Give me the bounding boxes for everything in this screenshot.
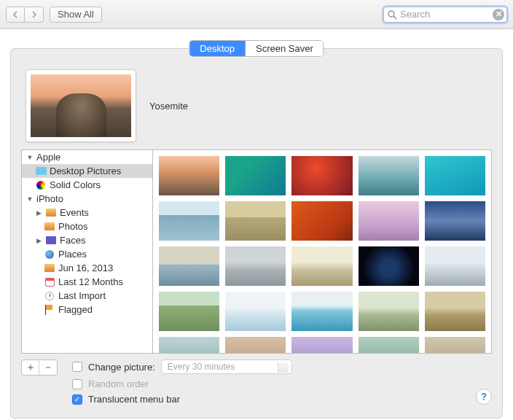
wallpaper-thumbnail[interactable] xyxy=(159,201,219,241)
wallpaper-thumbnail[interactable] xyxy=(359,246,419,286)
wallpaper-name-label: Yosemite xyxy=(149,101,188,112)
nav-group xyxy=(6,7,44,23)
source-browser: ▼ Apple Desktop Pictures Solid Colors ▼ … xyxy=(21,149,492,354)
forward-button[interactable] xyxy=(25,7,44,23)
wallpaper-thumbnail[interactable] xyxy=(291,292,352,331)
flag-icon xyxy=(44,305,55,315)
album-icon xyxy=(44,263,55,273)
search-input[interactable] xyxy=(383,7,507,23)
wallpaper-thumbnail[interactable] xyxy=(159,337,219,354)
wallpaper-thumbnail[interactable] xyxy=(359,201,419,241)
sidebar-item-flagged[interactable]: Flagged xyxy=(22,303,152,316)
sidebar-group-label: iPhoto xyxy=(36,193,63,204)
sidebar-group-apple[interactable]: ▼ Apple xyxy=(22,150,152,164)
wallpaper-thumbnail[interactable] xyxy=(425,201,485,241)
wallpaper-thumbnail[interactable] xyxy=(425,246,485,286)
tab-desktop[interactable]: Desktop xyxy=(189,41,246,56)
change-picture-checkbox[interactable] xyxy=(72,362,82,372)
random-order-checkbox[interactable] xyxy=(72,379,82,389)
wallpaper-thumbnail[interactable] xyxy=(359,156,419,195)
sidebar-item-label: Faces xyxy=(60,235,85,246)
wallpaper-thumbnail[interactable] xyxy=(159,156,219,195)
preview-row: Yosemite xyxy=(11,49,502,149)
show-all-button[interactable]: Show All xyxy=(50,7,102,23)
sidebar-item-last-import[interactable]: Last Import xyxy=(22,289,152,303)
album-icon xyxy=(44,222,55,232)
sidebar-item-label: Jun 16, 2013 xyxy=(58,262,113,273)
search-field-wrap: ✕ xyxy=(383,7,507,23)
sidebar-item-last-12-months[interactable]: Last 12 Months xyxy=(22,275,152,289)
chevron-right-icon xyxy=(31,11,37,18)
sidebar-item-label: Places xyxy=(58,249,87,260)
wallpaper-thumbnail[interactable] xyxy=(359,292,419,331)
options-column: Change picture: Every 30 minutes ▴▾ Rand… xyxy=(72,359,461,405)
sidebar-item-label: Last 12 Months xyxy=(58,276,123,287)
sidebar-group-label: Apple xyxy=(36,152,60,163)
sidebar-item-desktop-pictures[interactable]: Desktop Pictures xyxy=(22,164,152,178)
sidebar-item-label: Last Import xyxy=(58,290,106,301)
sidebar-item-date-album[interactable]: Jun 16, 2013 xyxy=(22,261,152,275)
disclosure-right-icon: ▶ xyxy=(35,209,42,217)
sidebar-item-label: Flagged xyxy=(58,304,93,315)
bottom-controls: ＋ － Change picture: Every 30 minutes ▴▾ … xyxy=(11,354,502,411)
wallpaper-thumbnail[interactable] xyxy=(425,156,485,195)
interval-value: Every 30 minutes xyxy=(168,362,235,372)
add-remove-group: ＋ － xyxy=(21,359,58,376)
wallpaper-thumbnail[interactable] xyxy=(425,292,485,331)
interval-select[interactable]: Every 30 minutes ▴▾ xyxy=(161,359,292,374)
search-icon xyxy=(387,9,397,20)
sidebar-item-label: Events xyxy=(60,207,89,218)
sidebar-item-label: Desktop Pictures xyxy=(50,166,121,176)
random-order-row: Random order xyxy=(72,378,461,389)
change-picture-row: Change picture: Every 30 minutes ▴▾ xyxy=(72,359,461,374)
svg-line-1 xyxy=(393,16,396,19)
back-button[interactable] xyxy=(6,7,25,23)
random-order-label: Random order xyxy=(88,378,149,389)
wallpaper-preview-frame xyxy=(26,69,136,142)
wallpaper-thumbnail[interactable] xyxy=(291,201,352,241)
wallpaper-thumbnail[interactable] xyxy=(359,337,419,354)
wallpaper-thumbnail[interactable] xyxy=(159,292,219,331)
wallpaper-thumbnail[interactable] xyxy=(159,246,219,286)
thumbnail-grid xyxy=(152,149,492,354)
remove-folder-button[interactable]: － xyxy=(39,360,57,375)
wallpaper-thumbnail[interactable] xyxy=(225,201,286,241)
translucent-label: Translucent menu bar xyxy=(88,394,180,405)
wallpaper-thumbnail[interactable] xyxy=(425,337,485,354)
window-toolbar: Show All ✕ xyxy=(0,0,513,29)
stepper-icon: ▴▾ xyxy=(283,362,286,373)
translucent-checkbox[interactable]: ✓ xyxy=(72,394,82,405)
wallpaper-thumbnail[interactable] xyxy=(291,337,352,354)
sidebar-item-label: Solid Colors xyxy=(50,179,101,190)
clear-search-icon[interactable]: ✕ xyxy=(493,9,504,20)
sidebar-item-label: Photos xyxy=(58,221,87,232)
wallpaper-thumbnail[interactable] xyxy=(291,156,352,195)
wallpaper-thumbnail[interactable] xyxy=(225,156,286,195)
folder-icon xyxy=(35,166,47,176)
disclosure-right-icon: ▶ xyxy=(35,237,42,244)
translucent-row: ✓ Translucent menu bar xyxy=(72,394,461,405)
tab-screensaver[interactable]: Screen Saver xyxy=(246,41,324,56)
segmented-tabs: Desktop Screen Saver xyxy=(189,40,324,57)
sidebar-item-events[interactable]: ▶ Events xyxy=(22,206,152,219)
sidebar-item-faces[interactable]: ▶ Faces xyxy=(22,233,152,247)
wallpaper-thumbnail[interactable] xyxy=(225,292,286,331)
wallpaper-preview-image xyxy=(31,74,131,137)
sidebar-item-solid-colors[interactable]: Solid Colors xyxy=(22,178,152,192)
source-sidebar: ▼ Apple Desktop Pictures Solid Colors ▼ … xyxy=(21,149,152,354)
svg-point-0 xyxy=(388,11,394,17)
chevron-left-icon xyxy=(12,11,18,18)
help-button[interactable]: ? xyxy=(476,389,492,405)
add-folder-button[interactable]: ＋ xyxy=(22,360,39,375)
sidebar-item-places[interactable]: Places xyxy=(22,247,152,261)
wallpaper-thumbnail[interactable] xyxy=(225,337,286,354)
calendar-icon xyxy=(44,277,55,287)
album-icon xyxy=(45,208,57,218)
sidebar-group-iphoto[interactable]: ▼ iPhoto xyxy=(22,192,152,206)
disclosure-down-icon: ▼ xyxy=(26,195,34,203)
wallpaper-thumbnail[interactable] xyxy=(291,246,352,286)
sidebar-item-photos[interactable]: Photos xyxy=(22,219,152,233)
globe-icon xyxy=(44,249,55,260)
faces-icon xyxy=(45,236,57,246)
wallpaper-thumbnail[interactable] xyxy=(225,246,286,286)
